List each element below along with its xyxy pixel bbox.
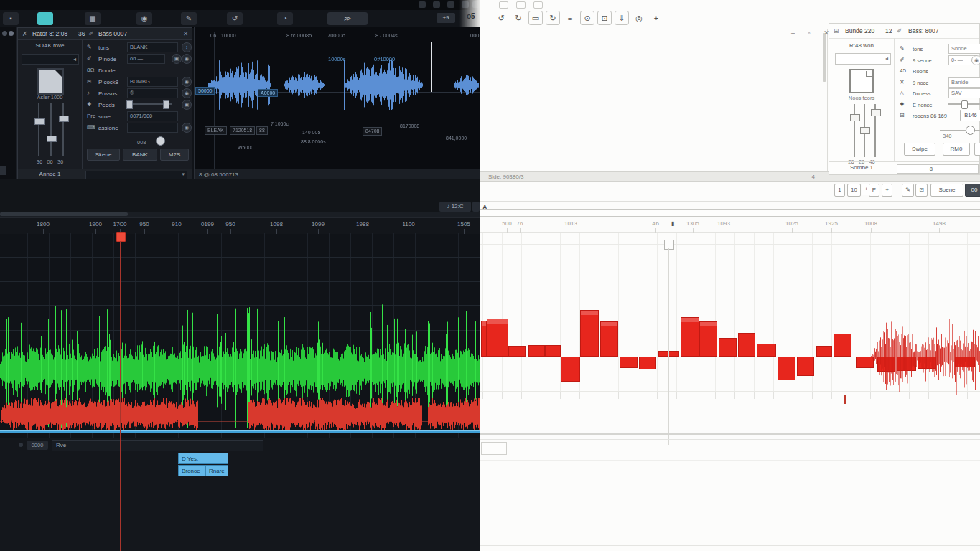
marker-chip[interactable]: 88 [256,126,268,135]
marker-chip[interactable]: 7120518 [230,126,255,135]
param-circle-button[interactable]: ▣ [172,54,182,64]
titlebar-mini-icon[interactable] [433,1,440,8]
param-circle-button[interactable]: ◉ [182,54,192,64]
scene-button[interactable]: Soene [930,184,963,197]
tool-target-button[interactable]: ◉ [136,12,152,25]
tool-play-button[interactable]: ≫ [327,12,368,25]
marker-chip[interactable]: 84708 [363,127,382,136]
grid-button-+[interactable]: + [882,184,892,197]
param-circle-button[interactable]: ◉ [182,88,192,98]
bank-button[interactable]: BANK [123,149,157,161]
param-circle-button[interactable]: ◉ [182,123,192,133]
slider-handle[interactable] [860,127,870,134]
collapse-button[interactable] [472,202,480,212]
grid-button-p[interactable]: P [869,184,879,197]
redo-icon[interactable]: ↻ [511,11,526,25]
tempo-chip[interactable]: ♪ 12:C [439,202,471,212]
window-mini-icon[interactable] [533,1,543,9]
add-icon[interactable]: + [649,11,663,25]
playhead-marker[interactable] [116,232,126,242]
slider-handle[interactable] [59,116,69,122]
volume-slider[interactable] [874,104,876,157]
window-mini-icon[interactable] [499,1,508,9]
tool-partial-button[interactable]: ▪ [3,12,19,25]
timeline-ruler-left[interactable]: 1800190017C09509100199950109810991988110… [0,217,480,234]
rail-dot-icon[interactable] [9,31,14,36]
param-circle-button[interactable]: ◉ [971,55,980,65]
refresh-icon[interactable]: ↻ [546,11,560,25]
assione-input[interactable] [127,123,178,133]
rm0-button[interactable]: RM0 [943,143,970,156]
zero-zero-button[interactable]: 00 [965,184,980,197]
rail-dot-icon[interactable] [2,31,7,36]
Possos-input[interactable]: ® [127,88,178,98]
library-dropdown[interactable]: ◂ [835,53,891,65]
param-circle-button[interactable]: ◉ [182,77,192,87]
grid-button-10[interactable]: 10 [847,184,861,197]
Dnoess-input[interactable]: SAV [948,88,980,98]
download-icon[interactable]: ⇓ [615,11,629,25]
tons-input[interactable]: Snode [948,44,980,54]
9 noce-input[interactable]: Banide [948,77,980,88]
library-dropdown[interactable]: ◂ [22,54,79,65]
undo-icon[interactable]: ↺ [494,11,508,25]
vertical-scrollbar[interactable] [823,33,826,82]
scroll-handle[interactable] [0,212,128,216]
main-waveform-canvas[interactable] [0,233,480,438]
timeline-ruler-right[interactable]: 500761013A6▮130510931025192510081498 [480,217,980,233]
volume-slider[interactable] [62,103,64,156]
frame-icon[interactable]: ▭ [528,11,543,25]
mini-tool-icon[interactable]: ✎ [902,184,914,197]
swipe-button[interactable]: Swipe [904,143,935,156]
footer-input[interactable]: Rve [52,440,263,451]
tool-grid-button[interactable]: ▦ [85,12,101,25]
volume-slider[interactable] [864,104,865,157]
menu-icon[interactable]: ≡ [563,11,577,25]
tool-clock-button[interactable]: ◔ [277,12,293,25]
rail-block-icon[interactable] [0,166,6,175]
marker-chip[interactable]: BLEAK [205,126,227,135]
slider-handle[interactable] [871,109,881,116]
mini-tool-icon[interactable]: ⊡ [915,184,928,197]
range-handle[interactable] [163,100,169,109]
tons-input[interactable]: BLANK [127,42,178,52]
clip-tag[interactable]: 50000 [195,87,215,95]
knob-control[interactable] [156,136,165,146]
b146-button[interactable]: B146 [960,110,980,121]
horizontal-scrollbar[interactable] [0,212,480,217]
tool-edit-button[interactable]: ✎ [181,12,197,25]
titlebar-mini-icon[interactable] [419,1,426,8]
tool-undo-button[interactable]: ↺ [227,12,243,25]
titlebar-mini-icon[interactable] [447,1,454,8]
volume-slider[interactable] [854,104,855,157]
volume-slider[interactable] [38,103,39,156]
inbox-icon[interactable]: ⊡ [597,11,612,25]
slider-handle[interactable] [850,114,860,121]
partial-button[interactable] [974,143,980,156]
dialog-titlebar[interactable]: ⊞ Bunde 220 12 ✐ Bass: 8007 [829,24,979,39]
check-icon[interactable]: ⊙ [580,11,594,25]
volume-slider[interactable] [50,103,52,156]
P node-select[interactable]: on — [127,54,165,64]
m2s-button[interactable]: M2S [160,149,189,161]
E nonce-slider[interactable] [948,103,980,105]
slider-handle[interactable] [961,100,968,109]
eye-icon[interactable]: ◎ [632,11,646,25]
close-icon[interactable]: ✕ [183,28,188,39]
param-circle-button[interactable]: ↕ [182,42,192,52]
file-icon[interactable] [37,68,64,95]
red-bars-canvas[interactable] [480,233,980,445]
dialog-titlebar[interactable]: ✗ Rator 8: 2:08 36 ✐ Bass 0007 ✕ [18,28,192,40]
knob-control[interactable] [966,126,975,135]
blue-waveform-canvas[interactable] [195,36,480,161]
clip-tag[interactable]: A0000 [258,89,278,97]
grid-button-1[interactable]: 1 [834,184,845,197]
Peeds-range-slider[interactable] [127,103,172,105]
section-marker[interactable] [664,240,674,250]
param-circle-button[interactable]: ▣ [182,100,192,110]
tool-record-button[interactable] [37,12,53,25]
empty-cell-box[interactable] [481,442,507,455]
overview-strip[interactable] [480,209,980,217]
window-mini-icon[interactable] [516,1,526,9]
range-handle[interactable] [126,100,133,109]
